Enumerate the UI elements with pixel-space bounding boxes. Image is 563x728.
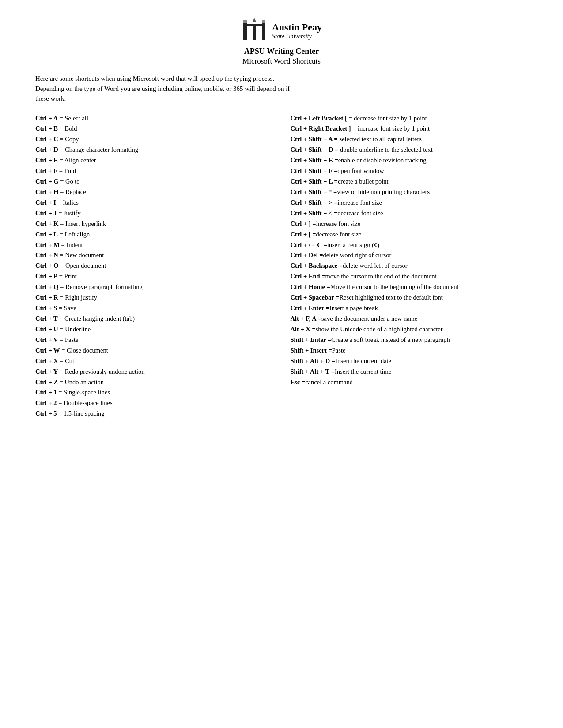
left-column: Ctrl + A = Select allCtrl + B = BoldCtrl… [35,113,286,420]
university-name-line1: Austin Peay [272,22,322,33]
shortcut-item: Ctrl + T = Create hanging indent (tab) [35,314,273,324]
shortcut-item: Ctrl + 2 = Double-space lines [35,398,273,409]
center-title: APSU Writing Center [35,47,528,56]
shortcut-item: Ctrl + E = Align center [35,155,273,166]
svg-rect-3 [243,20,247,23]
shortcut-item: Ctrl + Shift + < =decrease font size [291,208,528,219]
shortcut-item: Ctrl + S = Save [35,303,273,314]
shortcut-item: Ctrl + Shift + * =view or hide non print… [291,187,528,198]
shortcut-item: Shift + Alt + D =Insert the current date [291,356,528,367]
shortcut-item: Ctrl + N = New document [35,250,273,261]
shortcuts-container: Ctrl + A = Select allCtrl + B = BoldCtrl… [35,113,528,420]
shortcut-item: Ctrl + Enter =Insert a page break [291,303,528,314]
shortcut-item: Ctrl + [ =decrease font size [291,229,528,240]
shortcut-item: Ctrl + U = Underline [35,324,273,335]
shortcut-item: Ctrl + Left Bracket [ = decrease font si… [291,113,528,124]
shortcut-item: Ctrl + End =move the cursor to the end o… [291,271,528,282]
shortcut-item: Ctrl + A = Select all [35,113,273,124]
shortcut-item: Esc =cancel a command [291,377,528,388]
intro-line2: Depending on the type of Word you are us… [35,85,290,92]
university-name-line2: State University [272,33,322,40]
shortcut-item: Ctrl + / + C =insert a cent sign (¢) [291,240,528,251]
shortcut-item: Ctrl + R = Right justify [35,293,273,303]
shortcut-item: Ctrl + K = Insert hyperlink [35,219,273,229]
shortcut-item: Ctrl + 1 = Single-space lines [35,387,273,398]
shortcut-item: Ctrl + G = Go to [35,176,273,187]
intro-line1: Here are some shortcuts when using Micro… [35,75,274,82]
shortcut-item: Ctrl + Spacebar =Reset highlighted text … [291,293,528,303]
shortcut-item: Ctrl + Shift + E =enable or disable revi… [291,155,528,166]
logo-area: Austin Peay State University [35,18,528,44]
shortcut-item: Ctrl + P = Print [35,271,273,282]
shortcut-item: Ctrl + Q = Remove paragraph formatting [35,282,273,293]
shortcut-item: Ctrl + Home =Move the cursor to the begi… [291,282,528,293]
intro-line3: these work. [35,95,66,102]
shortcut-item: Ctrl + ] =increase font size [291,219,528,229]
intro-text: Here are some shortcuts when using Micro… [35,74,528,104]
shortcut-item: Ctrl + W = Close document [35,345,273,356]
right-column: Ctrl + Left Bracket [ = decrease font si… [286,113,528,420]
svg-rect-1 [243,24,247,40]
shortcut-item: Ctrl + X = Cut [35,356,273,367]
shortcut-item: Ctrl + 5 = 1.5-line spacing [35,409,273,419]
shortcut-item: Ctrl + Shift + F =open font window [291,166,528,176]
shortcut-item: Ctrl + D = Change character formatting [35,145,273,155]
shortcut-item: Ctrl + I = Italics [35,198,273,208]
shortcut-item: Ctrl + Backspace =delete word left of cu… [291,261,528,271]
shortcut-item: Ctrl + J = Justify [35,208,273,219]
shortcut-item: Ctrl + Shift + A = selected text to all … [291,134,528,145]
shortcut-item: Ctrl + O = Open document [35,261,273,271]
shortcut-item: Shift + Enter =Create a soft break inste… [291,335,528,345]
shortcut-item: Ctrl + Shift + D = double underline to t… [291,145,528,155]
shortcut-item: Ctrl + Del =delete word right of cursor [291,250,528,261]
svg-rect-6 [262,20,265,23]
shortcut-item: Ctrl + C = Copy [35,134,273,145]
shortcut-item: Ctrl + Shift + L =create a bullet point [291,176,528,187]
svg-rect-4 [262,24,265,40]
shortcut-item: Ctrl + L = Left align [35,229,273,240]
shortcut-item: Ctrl + V = Paste [35,335,273,345]
shortcut-item: Ctrl + F = Find [35,166,273,176]
shortcut-item: Alt + X =show the Unicode code of a high… [291,324,528,335]
apsu-logo-icon [241,18,268,44]
svg-rect-8 [253,26,256,40]
shortcut-item: Ctrl + Shift + > =increase font size [291,198,528,208]
shortcut-item: Ctrl + B = Bold [35,124,273,134]
shortcut-item: Ctrl + Y = Redo previously undone action [35,367,273,377]
shortcut-item: Ctrl + Z = Undo an action [35,377,273,388]
header: Austin Peay State University APSU Writin… [35,18,528,66]
shortcut-item: Ctrl + Right Bracket ] = increase font s… [291,124,528,134]
shortcut-item: Shift + Insert =Paste [291,345,528,356]
shortcut-item: Ctrl + M = Indent [35,240,273,251]
doc-title: Microsoft Word Shortcuts [35,57,528,66]
svg-marker-9 [253,18,256,22]
shortcut-item: Ctrl + H = Replace [35,187,273,198]
logo-text: Austin Peay State University [272,22,322,40]
shortcut-item: Shift + Alt + T =Insert the current time [291,367,528,377]
svg-rect-7 [243,24,265,26]
shortcut-item: Alt + F, A =save the document under a ne… [291,314,528,324]
